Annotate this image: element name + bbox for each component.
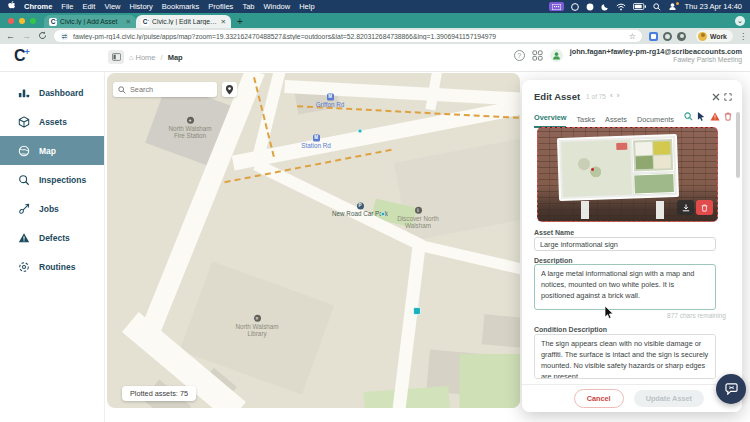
sidebar-item-label: Assets [39,117,67,127]
browser-tabstrip: C- Civic.ly | Add Asset ✕ C- Civic.ly | … [0,13,750,28]
close-tab-icon[interactable]: ✕ [126,18,131,26]
close-panel-button[interactable] [712,87,720,105]
update-asset-button[interactable]: Update Asset [634,390,704,407]
menu-profiles[interactable]: Profiles [208,2,233,11]
menubar-clock[interactable]: Thu 23 Apr 14:40 [684,2,742,11]
menu-help[interactable]: Help [299,2,314,11]
reload-button[interactable] [38,31,47,42]
inspect-asset-icon[interactable] [684,107,693,125]
menu-window[interactable]: Window [263,2,290,11]
photo-sign-map [561,140,632,198]
poi-label: North Walsham Fire Station [164,125,216,139]
prev-asset-button[interactable]: ‹ [610,92,613,100]
poi-label: Griffon Rd [304,101,356,108]
zoom-window-button[interactable] [30,18,36,24]
description-textarea[interactable]: A large metal informational sign with a … [534,264,716,310]
address-bar[interactable]: fawley-pm-rg14.civic.ly/pulse/apps/map?z… [54,30,642,42]
browser-profile-chip[interactable]: Work [696,30,733,42]
asset-marker[interactable] [381,212,386,217]
condition-description-textarea[interactable]: The sign appears clean with no visible d… [534,334,716,379]
map-layers-button[interactable] [222,82,237,97]
asset-marker-selected[interactable] [413,307,421,315]
report-defect-icon[interactable] [710,107,720,125]
expand-panel-button[interactable] [724,87,732,105]
sidebar-item-jobs[interactable]: Jobs [0,194,104,223]
delete-photo-button[interactable] [696,200,713,215]
close-tab-icon[interactable]: ✕ [221,18,226,26]
cube-icon [18,116,30,128]
apps-grid-button[interactable] [532,50,543,61]
back-button[interactable]: ← [6,31,15,41]
chat-bubble-icon [725,383,738,395]
sidebar-item-assets[interactable]: Assets [0,107,104,136]
chat-fab-button[interactable] [716,374,746,404]
new-tab-button[interactable]: + [237,16,243,28]
map-poi-discover[interactable]: i Discover North Walsham [392,207,444,229]
select-asset-icon[interactable] [697,107,706,125]
tab-overview[interactable]: Overview [534,113,566,128]
window-controls[interactable] [0,13,44,28]
moon-icon[interactable] [601,3,609,11]
download-photo-button[interactable] [677,200,694,215]
parking-icon: P [357,202,364,209]
map-canvas[interactable]: + North Walsham Fire Station M Griffon R… [107,73,520,408]
asset-marker[interactable] [358,129,363,134]
user-avatar[interactable] [550,49,563,62]
breadcrumb-home[interactable]: ⌂Home [129,53,156,62]
focus-mode-icon[interactable] [668,2,677,11]
minimize-window-button[interactable] [19,18,25,24]
extension-icon-blue[interactable] [649,32,658,41]
chrome-menu-icon[interactable]: ⋮ [739,32,747,41]
menu-bookmarks[interactable]: Bookmarks [162,2,200,11]
status-icon-2[interactable] [586,3,594,11]
civic-logo[interactable]: C+ [14,47,29,65]
apple-menu-icon[interactable] [8,1,16,12]
panel-scrollbar[interactable] [736,112,740,178]
browser-toolbar: ← → fawley-pm-rg14.civic.ly/pulse/apps/m… [0,28,750,44]
bookmark-star-icon[interactable]: ☆ [629,32,636,41]
site-settings-icon[interactable] [60,27,69,45]
sidebar-item-inspections[interactable]: Inspections [0,165,104,194]
extensions-menu-icon[interactable] [677,32,686,41]
cancel-button[interactable]: Cancel [574,389,624,408]
tab-search-caret[interactable]: ⌄ [735,16,745,26]
wifi-icon[interactable] [616,3,626,11]
help-button[interactable]: ? [514,50,525,61]
map-search-input[interactable] [130,85,210,94]
status-icon[interactable] [571,3,579,11]
map-poi-fire-station[interactable]: + North Walsham Fire Station [164,117,216,139]
sidebar-item-dashboard[interactable]: Dashboard [0,78,104,107]
transit-icon: M [327,93,334,100]
close-window-button[interactable] [8,18,14,24]
menu-view[interactable]: View [104,2,120,11]
browser-tab-edit-asset[interactable]: C- Civic.ly | Edit Large informati... ✕ [136,15,231,28]
next-asset-button[interactable]: › [617,92,620,100]
home-icon: ⌂ [129,53,134,62]
map-search-box[interactable] [113,82,217,97]
user-identity[interactable]: john.fagan+fawley-pm-rg14@scribeaccounts… [570,47,742,65]
sidebar-item-map[interactable]: Map [0,136,104,165]
input-source-icon[interactable] [549,2,564,11]
map-poi-station[interactable]: M Station Rd [290,134,342,149]
map-poi-library[interactable]: ≡ North Walsham Library [231,315,283,337]
menu-history[interactable]: History [130,2,153,11]
sidebar-item-label: Dashboard [39,88,83,98]
menu-edit[interactable]: Edit [82,2,95,11]
photo-sign-image [633,174,674,196]
spotlight-icon[interactable] [653,3,661,11]
sidebar-item-defects[interactable]: Defects [0,223,104,252]
sidebar-item-routines[interactable]: Routines [0,252,104,281]
asset-photo[interactable] [537,127,718,222]
tab-title: Civic.ly | Add Asset [60,18,123,25]
asset-name-input[interactable] [534,237,716,251]
info-icon: i [415,207,422,214]
menu-file[interactable]: File [61,2,73,11]
menu-tab[interactable]: Tab [242,2,254,11]
delete-asset-icon[interactable] [724,107,732,125]
map-poi-griffon[interactable]: M Griffon Rd [304,93,356,108]
browser-tab-add-asset[interactable]: C- Civic.ly | Add Asset ✕ [44,15,136,28]
menu-chrome[interactable]: Chrome [24,2,52,11]
app-sidebar: Dashboard Assets Map Inspections Jobs De… [0,72,105,422]
extension-icon-circle[interactable] [663,32,672,41]
sidebar-toggle-button[interactable] [108,50,124,64]
